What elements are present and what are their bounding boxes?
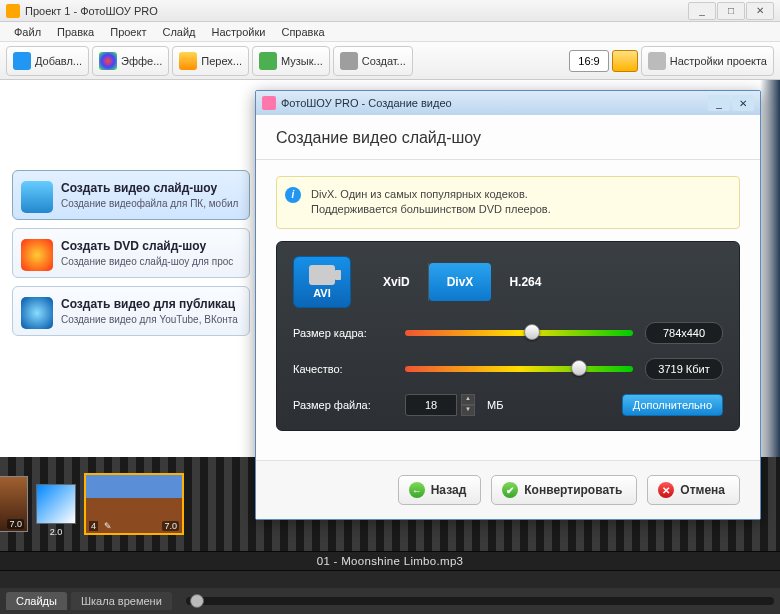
slide-thumb[interactable]: 7.0 (0, 476, 28, 532)
codec-xvid[interactable]: XviD (365, 263, 429, 301)
format-avi[interactable]: AVI (293, 256, 351, 308)
menu-slide[interactable]: Слайд (154, 24, 203, 40)
globe-icon (21, 297, 53, 329)
minimize-button[interactable]: _ (688, 2, 716, 20)
menu-file[interactable]: Файл (6, 24, 49, 40)
slider-handle[interactable] (571, 360, 587, 376)
menu-help[interactable]: Справка (273, 24, 332, 40)
quality-slider[interactable] (405, 366, 633, 372)
music-button[interactable]: Музык... (252, 46, 330, 76)
cross-icon: ✕ (658, 482, 674, 498)
dialog-titlebar[interactable]: ФотоШОУ PRO - Создание видео _ ✕ (256, 91, 760, 115)
option-publish-video[interactable]: Создать видео для публикац Создание виде… (12, 286, 250, 336)
timeline-scroll[interactable] (186, 597, 774, 605)
create-button[interactable]: Создат... (333, 46, 413, 76)
maximize-button[interactable]: □ (717, 2, 745, 20)
pencil-icon: ✎ (104, 521, 112, 531)
music-note-icon (259, 52, 277, 70)
gear-icon (648, 52, 666, 70)
quality-value: 3719 Кбит (645, 358, 723, 380)
project-settings-button[interactable]: Настройки проекта (641, 46, 774, 76)
menubar: Файл Правка Проект Слайд Настройки Справ… (0, 22, 780, 42)
timeline-tabs: Слайды Шкала времени (0, 588, 780, 614)
option-dvd-slideshow[interactable]: Создать DVD слайд-шоу Создание видео сла… (12, 228, 250, 278)
transitions-button[interactable]: Перех... (172, 46, 249, 76)
dialog-close-button[interactable]: ✕ (732, 95, 754, 111)
close-button[interactable]: ✕ (746, 2, 774, 20)
create-video-dialog: ФотоШОУ PRO - Создание видео _ ✕ Создани… (255, 90, 761, 520)
scroll-handle[interactable] (190, 594, 204, 608)
app-icon (6, 4, 20, 18)
dialog-app-icon (262, 96, 276, 110)
codec-divx[interactable]: DivX (429, 263, 492, 301)
film-reel-icon (340, 52, 358, 70)
star-icon (179, 52, 197, 70)
convert-button[interactable]: ✔Конвертировать (491, 475, 637, 505)
effects-button[interactable]: Эффе... (92, 46, 169, 76)
camera-icon (13, 52, 31, 70)
menu-edit[interactable]: Правка (49, 24, 102, 40)
quality-label: Качество: (293, 363, 393, 375)
dialog-minimize-button[interactable]: _ (708, 95, 730, 111)
menu-project[interactable]: Проект (102, 24, 154, 40)
menu-settings[interactable]: Настройки (204, 24, 274, 40)
spin-down[interactable]: ▼ (461, 405, 475, 416)
tab-timescale[interactable]: Шкала времени (71, 592, 172, 610)
file-size-spinner[interactable]: ▲▼ (405, 394, 475, 416)
codec-tabs: XviD DivX H.264 (365, 263, 559, 301)
dialog-actions: ←Назад ✔Конвертировать ✕Отмена (256, 460, 760, 519)
codec-panel: AVI XviD DivX H.264 Размер кадра: 784x44… (276, 241, 740, 431)
frame-size-value: 784x440 (645, 322, 723, 344)
slide-thumb-selected[interactable]: 4 ✎ 7.0 (84, 473, 184, 535)
arrow-left-icon: ← (409, 482, 425, 498)
transition-thumb[interactable]: 2.0 (36, 484, 76, 524)
window-title: Проект 1 - ФотоШОУ PRO (25, 5, 687, 17)
cancel-button[interactable]: ✕Отмена (647, 475, 740, 505)
spin-up[interactable]: ▲ (461, 394, 475, 405)
add-button[interactable]: Добавл... (6, 46, 89, 76)
file-size-unit: МБ (487, 399, 503, 411)
frame-size-slider[interactable] (405, 330, 633, 336)
toolbar: Добавл... Эффе... Перех... Музык... Созд… (0, 42, 780, 80)
audio-track-label[interactable]: 01 - Moonshine Limbo.mp3 (0, 551, 780, 571)
export-options: Создать видео слайд-шоу Создание видеофа… (12, 170, 250, 336)
tab-slides[interactable]: Слайды (6, 592, 67, 610)
check-icon: ✔ (502, 482, 518, 498)
slider-handle[interactable] (524, 324, 540, 340)
frame-size-label: Размер кадра: (293, 327, 393, 339)
preview-mode-button[interactable] (612, 50, 638, 72)
file-size-label: Размер файла: (293, 399, 393, 411)
file-size-input[interactable] (405, 394, 457, 416)
option-video-slideshow[interactable]: Создать видео слайд-шоу Создание видеофа… (12, 170, 250, 220)
aspect-ratio[interactable]: 16:9 (569, 50, 608, 72)
codec-h264[interactable]: H.264 (491, 263, 559, 301)
video-icon (21, 181, 53, 213)
titlebar: Проект 1 - ФотоШОУ PRO _ □ ✕ (0, 0, 780, 22)
camcorder-icon (309, 265, 335, 285)
flame-icon (21, 239, 53, 271)
palette-icon (99, 52, 117, 70)
dialog-heading: Создание видео слайд-шоу (256, 115, 760, 157)
advanced-button[interactable]: Дополнительно (622, 394, 723, 416)
codec-info-box: i DivX. Один из самых популярных кодеков… (276, 176, 740, 229)
back-button[interactable]: ←Назад (398, 475, 482, 505)
info-icon: i (285, 187, 301, 203)
